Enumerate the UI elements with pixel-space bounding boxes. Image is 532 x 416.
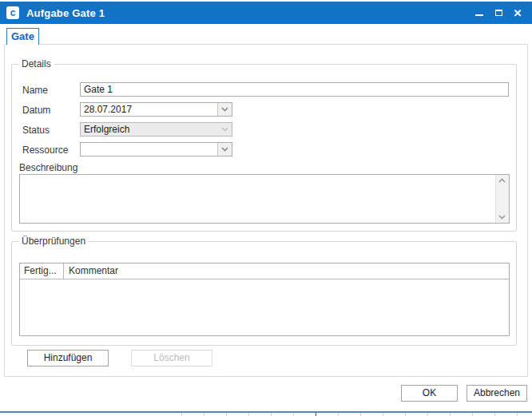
checks-group: Überprüfungen Fertig... Kommentar bbox=[11, 241, 517, 346]
textarea-scrollbar[interactable] bbox=[495, 175, 509, 223]
window-title: Aufgabe Gate 1 bbox=[26, 7, 105, 19]
column-header-kommentar[interactable]: Kommentar bbox=[64, 263, 509, 279]
status-value: Erfolgreich bbox=[84, 123, 217, 136]
column-header-fertig[interactable]: Fertig... bbox=[20, 263, 64, 279]
close-button[interactable]: ✕ bbox=[508, 3, 527, 22]
background-window-edge bbox=[316, 413, 316, 416]
details-group: Details Name Datum 28.07.2017 Status Erf… bbox=[11, 64, 517, 232]
dialog-window: c Aufgabe Gate 1 ✕ Gate Details Name Dat… bbox=[0, 0, 532, 416]
datum-value: 28.07.2017 bbox=[84, 103, 217, 116]
datum-label: Datum bbox=[22, 103, 50, 117]
cancel-button[interactable]: Abbrechen bbox=[466, 385, 527, 402]
title-bar[interactable]: c Aufgabe Gate 1 bbox=[0, 2, 532, 24]
beschreibung-textarea[interactable] bbox=[19, 174, 510, 224]
window-controls: ✕ bbox=[470, 2, 527, 24]
add-button[interactable]: Hinzufügen bbox=[27, 350, 109, 366]
maximize-icon bbox=[495, 10, 502, 16]
chevron-down-icon bbox=[221, 147, 228, 152]
checks-table-header: Fertig... Kommentar bbox=[20, 263, 509, 279]
datum-dropdown-button[interactable] bbox=[217, 103, 232, 116]
tab-page: Details Name Datum 28.07.2017 Status Erf… bbox=[4, 44, 528, 377]
scroll-down-icon[interactable] bbox=[498, 215, 506, 220]
scroll-up-icon[interactable] bbox=[498, 178, 506, 183]
minimize-button[interactable] bbox=[470, 3, 489, 22]
ressource-dropdown-button[interactable] bbox=[217, 143, 232, 156]
status-label: Status bbox=[22, 123, 50, 137]
background-window-edge bbox=[160, 413, 532, 416]
delete-button: Löschen bbox=[131, 350, 212, 366]
ressource-combobox[interactable] bbox=[80, 142, 232, 156]
beschreibung-label: Beschreibung bbox=[19, 160, 77, 175]
datum-combobox[interactable]: 28.07.2017 bbox=[80, 102, 232, 117]
checks-table-body[interactable] bbox=[20, 279, 509, 335]
status-dropdown-button bbox=[218, 123, 232, 136]
close-icon: ✕ bbox=[514, 8, 522, 18]
ressource-label: Ressource bbox=[22, 143, 68, 157]
minimize-icon bbox=[475, 14, 483, 16]
details-group-label: Details bbox=[18, 59, 54, 69]
checks-group-label: Überprüfungen bbox=[18, 236, 89, 247]
maximize-button[interactable] bbox=[489, 3, 508, 22]
chevron-down-icon bbox=[221, 127, 228, 132]
beschreibung-text bbox=[22, 176, 493, 221]
app-icon: c bbox=[6, 6, 19, 19]
status-combobox: Erfolgreich bbox=[80, 122, 232, 137]
tab-gate[interactable]: Gate bbox=[6, 28, 39, 45]
name-input[interactable] bbox=[80, 82, 509, 97]
name-label: Name bbox=[22, 83, 48, 97]
checks-table[interactable]: Fertig... Kommentar bbox=[19, 263, 510, 336]
ok-button[interactable]: OK bbox=[401, 385, 458, 402]
ressource-value bbox=[84, 143, 217, 156]
chevron-down-icon bbox=[221, 107, 228, 112]
